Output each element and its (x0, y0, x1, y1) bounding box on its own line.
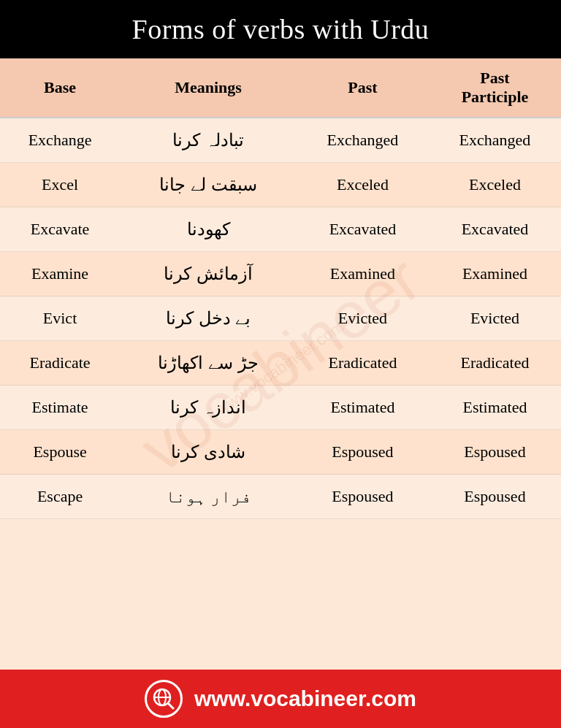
cell-past: Estimated (297, 386, 429, 430)
col-base: Base (0, 58, 120, 118)
cell-past: Espoused (297, 475, 429, 519)
cell-past-participle: Eradicated (429, 341, 561, 386)
cell-urdu: جڑ سے اکھاڑنا (120, 341, 297, 386)
cell-base: Exchange (0, 118, 120, 163)
table-row: Escapeفرار ہوناEspousedEspoused (0, 475, 561, 519)
table-row: Eradicateجڑ سے اکھاڑناEradicatedEradicat… (0, 341, 561, 386)
cell-past: Eradicated (297, 341, 429, 386)
cell-urdu: تبادلہ کرنا (120, 118, 297, 163)
search-globe-icon (145, 680, 183, 718)
cell-past: Espoused (297, 430, 429, 475)
verb-forms-table: Base Meanings Past Past Participle Excha… (0, 58, 561, 519)
table-row: Evictبے دخل کرناEvictedEvicted (0, 296, 561, 341)
table-row: Exchangeتبادلہ کرناExchangedExchanged (0, 118, 561, 163)
page-title: Forms of verbs with Urdu (0, 0, 561, 58)
cell-past: Examined (297, 252, 429, 296)
table-row: ExcavateکھودناExcavatedExcavated (0, 207, 561, 252)
cell-base: Espouse (0, 430, 120, 475)
cell-urdu: اندازہ کرنا (120, 386, 297, 430)
table-row: Examineآزمائش کرناExaminedExamined (0, 252, 561, 296)
cell-past-participle: Estimated (429, 386, 561, 430)
cell-base: Examine (0, 252, 120, 296)
svg-line-3 (169, 704, 173, 708)
cell-past-participle: Exceled (429, 163, 561, 207)
cell-past: Evicted (297, 296, 429, 341)
cell-past-participle: Espoused (429, 430, 561, 475)
footer: www.vocabineer.com (0, 670, 561, 728)
cell-base: Excel (0, 163, 120, 207)
cell-base: Escape (0, 475, 120, 519)
cell-past-participle: Evicted (429, 296, 561, 341)
cell-base: Estimate (0, 386, 120, 430)
cell-past-participle: Excavated (429, 207, 561, 252)
col-past-participle: Past Participle (429, 58, 561, 118)
cell-past: Exceled (297, 163, 429, 207)
cell-base: Excavate (0, 207, 120, 252)
cell-past: Excavated (297, 207, 429, 252)
cell-urdu: بے دخل کرنا (120, 296, 297, 341)
footer-url: www.vocabineer.com (194, 686, 416, 711)
table-header-row: Base Meanings Past Past Participle (0, 58, 561, 118)
cell-urdu: سبقت لے جانا (120, 163, 297, 207)
col-meanings: Meanings (120, 58, 297, 118)
table-container: vocabineer www.vocabineer.com Base Meani… (0, 58, 561, 670)
cell-past-participle: Examined (429, 252, 561, 296)
cell-urdu: کھودنا (120, 207, 297, 252)
cell-past: Exchanged (297, 118, 429, 163)
table-row: Estimateاندازہ کرناEstimatedEstimated (0, 386, 561, 430)
cell-urdu: شادی کرنا (120, 430, 297, 475)
cell-past-participle: Espoused (429, 475, 561, 519)
cell-urdu: آزمائش کرنا (120, 252, 297, 296)
cell-urdu: فرار ہونا (120, 475, 297, 519)
table-row: Espouseشادی کرناEspousedEspoused (0, 430, 561, 475)
cell-base: Eradicate (0, 341, 120, 386)
cell-base: Evict (0, 296, 120, 341)
cell-past-participle: Exchanged (429, 118, 561, 163)
col-past: Past (297, 58, 429, 118)
table-row: Excelسبقت لے جاناExceledExceled (0, 163, 561, 207)
